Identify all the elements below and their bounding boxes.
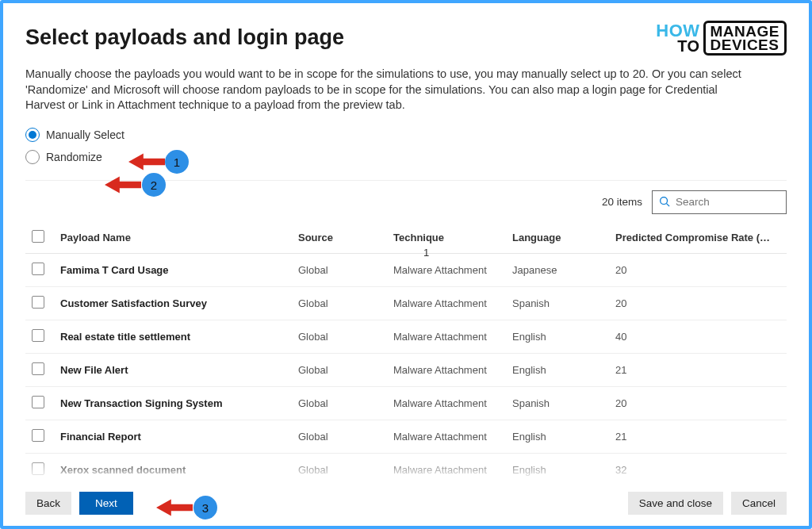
cell-rate: 21 [609,353,787,386]
cell-name: New File Alert [54,353,292,386]
table-row[interactable]: Real estate title settlementGlobalMalwar… [25,320,787,353]
cell-language: English [506,453,609,485]
selection-mode-radio-group: Manually Select Randomize [25,128,787,164]
row-checkbox[interactable] [32,396,44,408]
cell-name: New Transaction Signing System [54,386,292,420]
section-divider [25,180,787,181]
row-checkbox[interactable] [32,462,44,475]
page-description: Manually choose the payloads you would w… [25,67,759,113]
page-title: Select payloads and login page [25,25,344,50]
cell-rate: 32 [609,453,787,485]
cell-language: Spanish [506,286,609,320]
cancel-button[interactable]: Cancel [731,492,787,515]
cell-language: English [506,320,609,353]
cell-name: Real estate title settlement [54,320,292,353]
row-checkbox[interactable] [32,362,44,375]
col-header-name[interactable]: Payload Name [54,222,292,254]
cell-language: Spanish [506,386,609,420]
col-header-language[interactable]: Language [506,222,609,254]
row-checkbox[interactable] [32,429,44,442]
row-checkbox[interactable] [32,329,44,342]
cell-source: Global [292,286,387,320]
cell-language: English [506,353,609,386]
row-checkbox[interactable] [32,296,44,309]
cell-source: Global [292,320,387,353]
cell-rate: 20 [609,286,787,320]
radio-randomize[interactable]: Randomize [25,150,787,164]
cell-source: Global [292,453,387,485]
radio-manually-select[interactable]: Manually Select [25,128,787,142]
select-all-checkbox[interactable] [32,230,44,243]
payloads-table: Payload Name Source Technique Language P… [25,222,787,485]
logo-to-text: TO [656,39,699,53]
logo-devices-text: DEVICES [710,38,779,52]
table-row[interactable]: Financial ReportGlobalMalware Attachment… [25,420,787,453]
cell-technique: Malware Attachment [387,386,506,420]
cell-source: Global [292,253,387,286]
item-count: 20 items [602,196,642,208]
svg-point-0 [661,197,668,205]
cell-source: Global [292,420,387,453]
radio-label: Manually Select [46,128,124,141]
search-icon [659,196,671,208]
cell-technique: Malware Attachment [387,353,506,386]
cell-rate: 40 [609,320,787,353]
radio-icon [25,128,40,142]
cell-language: English [506,420,609,453]
next-button[interactable]: Next [79,492,133,515]
radio-icon [25,150,40,164]
cell-name: Xerox scanned document [54,453,292,485]
search-input-wrapper[interactable] [652,190,787,214]
back-button[interactable]: Back [25,492,71,515]
row-checkbox[interactable] [32,263,44,275]
cell-name: Customer Satisfaction Survey [54,286,292,320]
save-and-close-button[interactable]: Save and close [628,492,723,515]
cell-rate: 20 [609,386,787,420]
cell-technique: Malware Attachment [387,320,506,353]
cell-technique: Malware Attachment [387,286,506,320]
table-row[interactable]: Famima T Card UsageGlobalMalware Attachm… [25,253,787,286]
cell-rate: 21 [609,420,787,453]
table-row[interactable]: New Transaction Signing SystemGlobalMalw… [25,386,787,420]
radio-label: Randomize [46,151,102,163]
col-header-source[interactable]: Source [292,222,387,254]
cell-technique: Malware Attachment [387,453,506,485]
table-row[interactable]: New File AlertGlobalMalware AttachmentEn… [25,353,787,386]
brand-logo: HOW TO MANAGE DEVICES [656,21,787,56]
logo-how-text: HOW [656,23,699,39]
cell-technique: Malware Attachment [387,253,506,286]
col-header-rate[interactable]: Predicted Compromise Rate (… [609,222,787,254]
cell-rate: 20 [609,253,787,286]
cell-name: Famima T Card Usage [54,253,292,286]
search-input[interactable] [676,196,779,208]
cell-technique: Malware Attachment [387,420,506,453]
svg-line-1 [667,204,670,207]
table-row[interactable]: Xerox scanned documentGlobalMalware Atta… [25,453,787,485]
cell-language: Japanese [506,253,609,286]
col-header-technique[interactable]: Technique [387,222,506,254]
table-row[interactable]: Customer Satisfaction SurveyGlobalMalwar… [25,286,787,320]
cell-name: Financial Report [54,420,292,453]
cell-source: Global [292,353,387,386]
cell-source: Global [292,386,387,420]
